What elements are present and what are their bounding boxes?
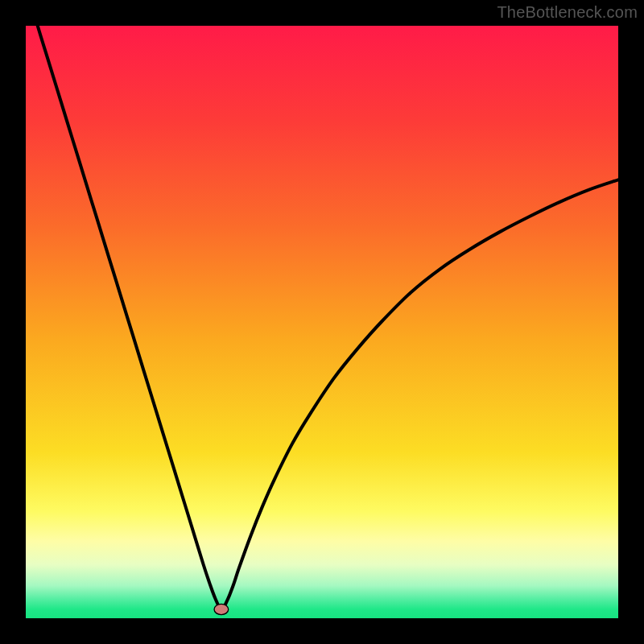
plot-frame [26, 26, 618, 618]
bottleneck-chart [26, 26, 618, 618]
gradient-background [26, 26, 618, 618]
watermark-text: TheBottleneck.com [497, 3, 638, 22]
chart-outer-frame: TheBottleneck.com [0, 0, 644, 644]
min-marker [214, 604, 229, 614]
